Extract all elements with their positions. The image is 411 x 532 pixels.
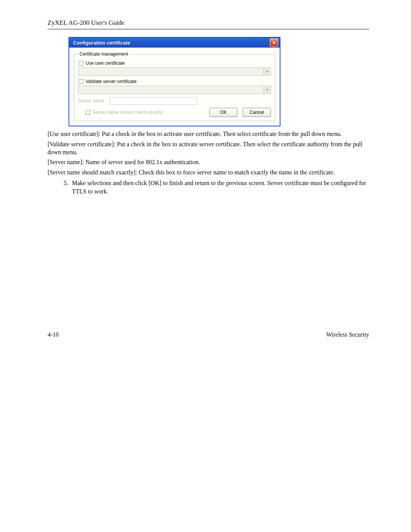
certificate-management-group: Certificate management Use user certific…	[74, 51, 275, 121]
validate-server-certificate-label: Validate server certificate	[86, 79, 137, 84]
user-certificate-dropdown-button[interactable]	[263, 68, 271, 75]
match-exactly-checkbox[interactable]	[86, 110, 90, 115]
desc-match-exactly: [Server name should match exactly]: Chec…	[48, 169, 369, 177]
close-button[interactable]: ✕	[270, 38, 278, 47]
cancel-button-label: Cancel	[250, 110, 264, 115]
server-name-input[interactable]	[110, 97, 197, 105]
chevron-down-icon	[266, 89, 269, 91]
section-title: Wireless Security	[326, 331, 369, 338]
group-legend: Certificate management	[78, 51, 129, 57]
page-number: 4-10	[48, 331, 59, 338]
server-certificate-dropdown[interactable]	[78, 86, 271, 94]
ok-button-label: OK	[220, 110, 226, 115]
ok-button[interactable]: OK	[209, 108, 237, 117]
desc-server-name: [Server name]: Name of server used for 8…	[48, 158, 369, 166]
server-certificate-field	[78, 86, 263, 94]
use-user-certificate-checkbox[interactable]	[79, 61, 83, 66]
chevron-down-icon	[266, 71, 269, 72]
close-icon: ✕	[272, 40, 276, 45]
dialog-titlebar[interactable]: Configuration certificate ✕	[69, 38, 280, 48]
server-certificate-dropdown-button[interactable]	[263, 86, 271, 94]
desc-validate-server-certificate: [Validate server certificate]: Put a che…	[48, 141, 369, 157]
server-name-label: Server name :	[78, 98, 107, 104]
use-user-certificate-label: Use user certificate	[86, 61, 125, 66]
validate-server-certificate-checkbox[interactable]	[79, 79, 83, 84]
user-certificate-dropdown[interactable]	[78, 67, 271, 76]
cancel-button[interactable]: Cancel	[243, 108, 271, 117]
user-certificate-field	[78, 68, 263, 75]
desc-use-user-certificate: [Use user certificate]: Put a check in t…	[48, 130, 369, 138]
step-5: Make selections and then click [OK] to f…	[70, 179, 369, 195]
match-exactly-label: Server name should match exactly	[92, 110, 162, 115]
dialog-title: Configuration certificate	[73, 40, 130, 46]
page-header-title: ZyXEL AG-200 User's Guide	[48, 19, 124, 26]
config-certificate-dialog: Configuration certificate ✕ Certificate …	[68, 37, 280, 126]
